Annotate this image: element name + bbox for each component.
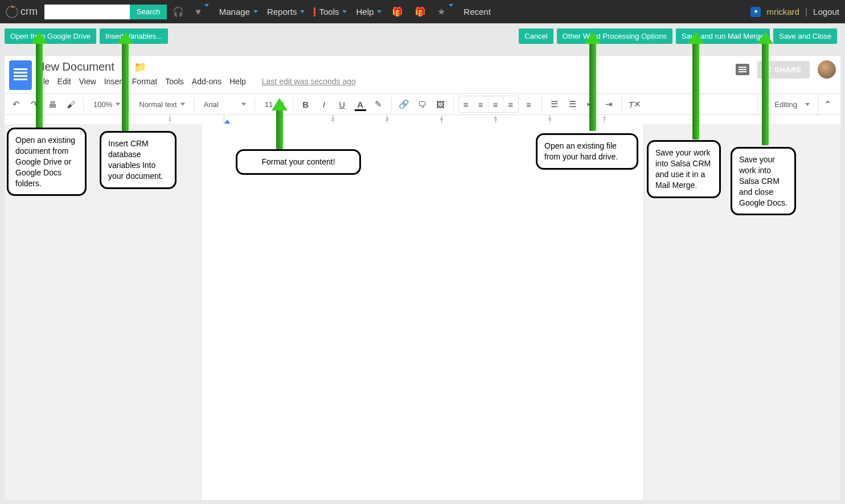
logout-link[interactable]: Logout xyxy=(813,7,839,17)
line-spacing-icon[interactable]: ≡ xyxy=(521,96,537,112)
other-options-button[interactable]: Other Word Processing Options xyxy=(557,28,672,44)
menu-format[interactable]: Format xyxy=(132,77,157,86)
callout-save-close: Save your work into Salsa CRM and close … xyxy=(731,147,796,215)
headset-icon[interactable]: 🎧 xyxy=(173,6,184,17)
nav-recent[interactable]: Recent xyxy=(463,7,491,17)
italic-icon[interactable]: I xyxy=(316,96,332,112)
undo-icon[interactable]: ↶ xyxy=(8,96,24,112)
print-icon[interactable]: 🖶 xyxy=(44,96,60,112)
google-docs-frame: New Document ☆ 📁 File Edit View Insert F… xyxy=(5,56,840,500)
menu-tools[interactable]: Tools xyxy=(165,77,184,86)
zoom-select[interactable]: 100% xyxy=(88,97,124,112)
avatar[interactable] xyxy=(818,60,836,79)
numbered-list-icon[interactable]: ☰ xyxy=(547,96,563,112)
menu-help[interactable]: Help xyxy=(229,77,246,86)
indent-icon[interactable]: ⇥ xyxy=(601,96,617,112)
crm-navbar: crm Search 🎧 ♥ Manage Reports Tools Help… xyxy=(0,0,845,23)
format-toolbar: ↶ ↷ 🖶 🖌 100% Normal text Arial 11 B I U … xyxy=(5,93,840,115)
username[interactable]: mrickard xyxy=(766,7,799,17)
save-close-button[interactable]: Save and Close xyxy=(773,28,837,44)
star-icon[interactable]: ★ xyxy=(437,6,453,17)
align-right-icon[interactable]: ≡ xyxy=(489,96,503,112)
search-button[interactable]: Search xyxy=(130,5,167,19)
text-color-icon[interactable]: A xyxy=(352,96,368,112)
paint-format-icon[interactable]: 🖌 xyxy=(63,96,79,112)
comment-icon[interactable]: 🗨 xyxy=(415,96,430,112)
folder-icon[interactable]: 📁 xyxy=(134,61,146,73)
nav-manage[interactable]: Manage xyxy=(219,7,258,17)
collapse-toolbar-icon[interactable]: ⌃ xyxy=(818,93,837,115)
highlight-icon[interactable]: ✎ xyxy=(371,96,387,112)
callout-mail-merge: Save your work into Salsa CRM and use it… xyxy=(647,140,721,198)
menu-edit[interactable]: Edit xyxy=(58,77,71,86)
link-icon[interactable]: 🔗 xyxy=(396,96,412,112)
style-select[interactable]: Normal text xyxy=(134,97,188,112)
search-wrap: Search xyxy=(44,5,167,19)
underline-icon[interactable]: U xyxy=(334,96,350,112)
callout-insert-vars: Insert CRM database variables Into your … xyxy=(100,131,177,189)
menu-insert[interactable]: Insert xyxy=(104,77,124,86)
gift-icon-2[interactable]: 🎁 xyxy=(415,6,426,17)
ruler-marker-icon[interactable] xyxy=(224,120,230,124)
comments-icon[interactable] xyxy=(736,64,749,75)
crm-logo: crm xyxy=(6,6,38,18)
align-group: ≡ ≡ ≡ ≡ xyxy=(458,96,519,113)
clear-format-icon[interactable]: T✕ xyxy=(627,96,643,112)
bold-icon[interactable]: B xyxy=(298,96,314,112)
align-left-icon[interactable]: ≡ xyxy=(459,96,474,112)
doc-header: New Document ☆ 📁 File Edit View Insert F… xyxy=(5,56,840,90)
doc-title[interactable]: New Document xyxy=(36,60,114,73)
nav-help[interactable]: Help xyxy=(356,7,382,17)
heart-icon[interactable]: ♥ xyxy=(195,7,209,17)
menu-addons[interactable]: Add-ons xyxy=(192,77,221,86)
separator: | xyxy=(805,7,807,17)
callout-open-file: Open an existing file from your hard dri… xyxy=(536,133,638,170)
docs-logo-icon[interactable] xyxy=(9,60,32,90)
image-icon[interactable]: 🖼 xyxy=(433,96,449,112)
nav-reports[interactable]: Reports xyxy=(267,7,305,17)
search-input[interactable] xyxy=(44,5,130,19)
menu-view[interactable]: View xyxy=(79,77,96,86)
insert-variables-button[interactable]: Insert Variables... xyxy=(100,28,168,44)
user-badge-icon: ✦ xyxy=(750,7,761,17)
last-edit-link[interactable]: Last edit was seconds ago xyxy=(262,77,356,86)
align-justify-icon[interactable]: ≡ xyxy=(503,96,518,112)
document-page[interactable] xyxy=(202,124,643,500)
bullet-list-icon[interactable]: ☰ xyxy=(565,96,581,112)
nav-tools[interactable]: Tools xyxy=(314,7,347,17)
open-google-drive-button[interactable]: Open from Google Drive xyxy=(5,28,96,44)
gift-icon[interactable]: 🎁 xyxy=(392,6,403,17)
menu-bar: File Edit View Insert Format Tools Add-o… xyxy=(36,77,736,86)
callout-format: Format your content! xyxy=(236,149,361,175)
align-center-icon[interactable]: ≡ xyxy=(474,96,489,112)
app-name: crm xyxy=(20,6,38,18)
callout-open-drive: Open an existing document from Google Dr… xyxy=(7,128,87,196)
cancel-button[interactable]: Cancel xyxy=(519,28,553,44)
font-select[interactable]: Arial xyxy=(199,97,250,112)
